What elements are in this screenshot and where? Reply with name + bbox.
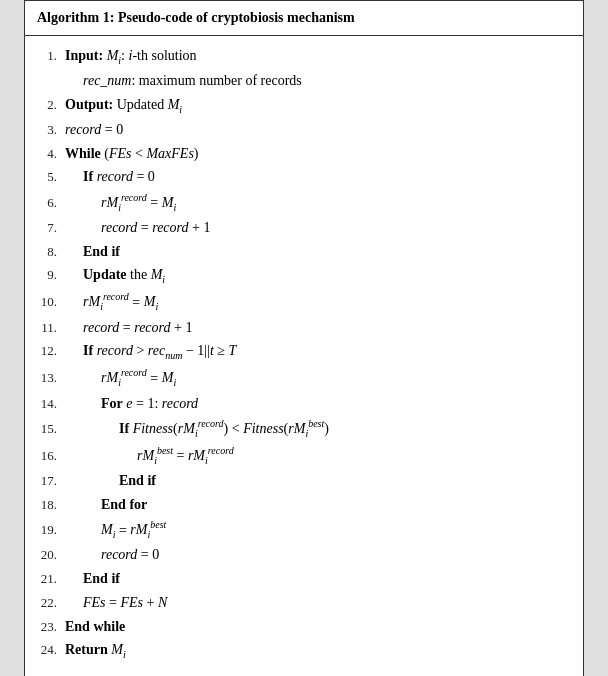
algorithm-line: 19.Mi = rMibest [37,517,571,544]
algorithm-line: 13.rMirecord = Mi [37,365,571,392]
line-content: rMirecord = Mi [65,190,571,215]
algorithm-line: 8.End if [37,240,571,264]
line-content: record = record + 1 [65,217,571,239]
algorithm-line: 18.End for [37,493,571,517]
line-number: 23. [37,617,65,637]
algorithm-line: 22.FEs = FEs + N [37,591,571,615]
algorithm-body: 1.Input: Mi: i-th solutionrec_num: maxim… [25,36,583,676]
line-content: While (FEs < MaxFEs) [65,143,571,165]
line-number: 7. [37,218,65,238]
line-number: 14. [37,394,65,414]
algorithm-line: 12.If record > recnum − 1||t ≥ T [37,339,571,364]
algorithm-line: 16.rMibest = rMirecord [37,442,571,469]
line-content: record = record + 1 [65,317,571,339]
line-content: record = 0 [65,544,571,566]
line-content: record = 0 [65,119,571,141]
algorithm-line: 21.End if [37,567,571,591]
algorithm-line: 23.End while [37,615,571,639]
line-content: Return Mi [65,639,571,662]
algorithm-line: 6.rMirecord = Mi [37,189,571,216]
line-content: End if [65,568,571,590]
algorithm-header: Algorithm 1: Pseudo-code of cryptobiosis… [25,1,583,36]
algorithm-subtitle: Pseudo-code of cryptobiosis mechanism [118,10,355,25]
line-content: End if [65,241,571,263]
line-content: Update the Mi [65,264,571,287]
algorithm-line: 17.End if [37,469,571,493]
algorithm-line: 3.record = 0 [37,118,571,142]
algorithm-line: 1.Input: Mi: i-th solution [37,44,571,69]
line-number: 6. [37,193,65,213]
algorithm-line: 10.rMirecord = Mi [37,289,571,316]
line-number: 2. [37,95,65,115]
line-number: 5. [37,167,65,187]
line-number: 13. [37,368,65,388]
line-content: Output: Updated Mi [65,94,571,117]
line-number: 3. [37,120,65,140]
line-number: 8. [37,242,65,262]
line-number: 24. [37,640,65,660]
line-number: 4. [37,144,65,164]
line-content: Input: Mi: i-th solution [65,45,571,68]
line-number: 21. [37,569,65,589]
line-number: 11. [37,318,65,338]
algorithm-line: 24.Return Mi [37,638,571,663]
algorithm-line: rec_num: maximum number of records [37,69,571,93]
algorithm-line: 15.If Fitness(rMirecord) < Fitness(rMibe… [37,415,571,442]
line-number: 15. [37,419,65,439]
algorithm-line: 20.record = 0 [37,543,571,567]
algorithm-box: Algorithm 1: Pseudo-code of cryptobiosis… [24,0,584,676]
line-content: If record > recnum − 1||t ≥ T [65,340,571,363]
line-content: End for [65,494,571,516]
line-content: End while [65,616,571,638]
line-number: 17. [37,471,65,491]
line-content: rMibest = rMirecord [65,443,571,468]
line-number: 22. [37,593,65,613]
line-number: 18. [37,495,65,515]
line-content: If Fitness(rMirecord) < Fitness(rMibest) [65,416,571,441]
algorithm-line: 7.record = record + 1 [37,216,571,240]
line-content: If record = 0 [65,166,571,188]
algorithm-line: 11.record = record + 1 [37,316,571,340]
line-number: 16. [37,446,65,466]
line-number: 20. [37,545,65,565]
algorithm-line: 14.For e = 1: record [37,392,571,416]
algorithm-line: 2.Output: Updated Mi [37,93,571,118]
algorithm-line: 5.If record = 0 [37,165,571,189]
line-content: For e = 1: record [65,393,571,415]
line-content: End if [65,470,571,492]
algorithm-line: 4.While (FEs < MaxFEs) [37,142,571,166]
line-content: rMirecord = Mi [65,366,571,391]
algorithm-title: Algorithm 1 [37,10,110,25]
algorithm-line: 9.Update the Mi [37,263,571,288]
line-content: rec_num: maximum number of records [65,70,571,92]
line-content: rMirecord = Mi [65,290,571,315]
line-number: 12. [37,341,65,361]
line-content: Mi = rMibest [65,518,571,543]
line-number: 10. [37,292,65,312]
line-number: 19. [37,520,65,540]
line-content: FEs = FEs + N [65,592,571,614]
line-number: 1. [37,46,65,66]
line-number: 9. [37,265,65,285]
